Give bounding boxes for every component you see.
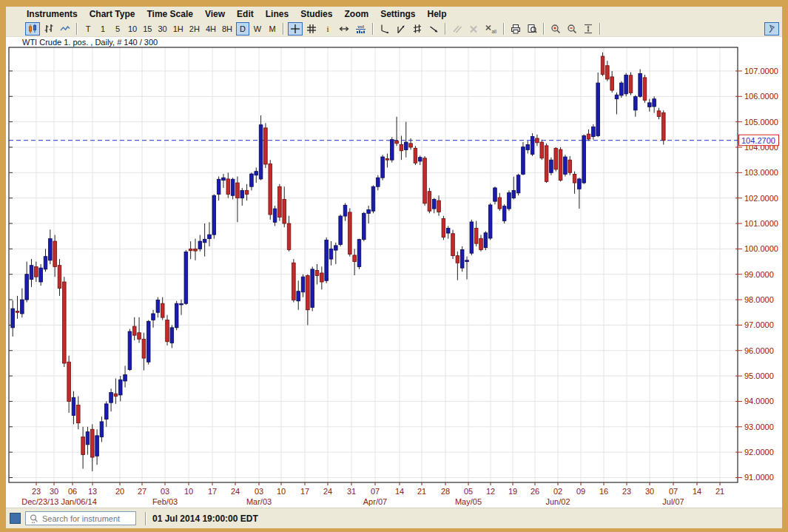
svg-text:Dec/23/13 Jan/06/14: Dec/23/13 Jan/06/14	[21, 497, 97, 506]
candlestick-chart-icon	[27, 24, 38, 34]
candle	[118, 380, 122, 395]
trendline-down-button[interactable]	[377, 22, 392, 36]
print-button[interactable]	[508, 22, 523, 36]
menu-item-help[interactable]: Help	[421, 9, 452, 19]
candle	[269, 164, 272, 215]
line-chart-icon	[60, 24, 70, 34]
candle	[222, 178, 226, 180]
grid-icon	[306, 24, 317, 34]
candle	[114, 394, 118, 396]
status-bar: 01 Jul 2014 19:00:00 EDT	[6, 508, 782, 528]
svg-text:98.0000: 98.0000	[744, 295, 774, 304]
menu-item-instruments[interactable]: Instruments	[21, 9, 84, 19]
interval-button-T[interactable]: T	[81, 22, 95, 36]
zoom-in-icon	[550, 24, 561, 34]
interval-button-D[interactable]: D	[236, 22, 249, 36]
candle	[128, 331, 132, 370]
interval-button-1[interactable]: 1	[96, 22, 110, 36]
svg-text:95.0000: 95.0000	[744, 371, 774, 380]
zoom-out-button[interactable]	[565, 22, 579, 36]
zoom-in-button[interactable]	[548, 22, 563, 36]
interval-button-W[interactable]: W	[251, 22, 264, 36]
delete-line-button[interactable]	[466, 22, 481, 36]
candle	[334, 246, 338, 250]
fit-vertical-button[interactable]	[581, 22, 596, 36]
price-chart[interactable]: 91.000092.000093.000094.000095.000096.00…	[6, 37, 782, 508]
link-color-icon[interactable]	[10, 513, 21, 524]
instrument-search-box[interactable]	[25, 511, 136, 525]
candle	[465, 260, 469, 262]
pin-icon	[767, 24, 777, 34]
info-button[interactable]: i	[320, 22, 335, 36]
interval-button-30[interactable]: 30	[156, 22, 169, 36]
candle	[297, 292, 300, 301]
parallel-lines-icon	[452, 24, 462, 34]
candle	[418, 158, 422, 161]
candle	[90, 429, 94, 457]
svg-text:17: 17	[208, 487, 217, 496]
interval-button-1H[interactable]: 1H	[171, 22, 186, 36]
chart-application-window: InstrumentsChart TypeTime ScaleViewEditL…	[6, 7, 782, 527]
interval-button-2H[interactable]: 2H	[187, 22, 202, 36]
menu-item-lines[interactable]: Lines	[260, 9, 294, 19]
candle	[147, 321, 150, 362]
parallel-lines-button[interactable]	[450, 22, 465, 36]
print-preview-button[interactable]	[525, 22, 539, 36]
ray-button[interactable]	[426, 22, 441, 36]
toolbar-separator	[543, 23, 545, 35]
svg-text:104.2700: 104.2700	[741, 136, 775, 145]
menu-item-zoom[interactable]: Zoom	[338, 9, 374, 19]
menu-item-studies[interactable]: Studies	[294, 9, 338, 19]
menu-item-time-scale[interactable]: Time Scale	[141, 9, 198, 19]
expand-horizontal-button[interactable]	[337, 22, 351, 36]
pin-button[interactable]	[764, 22, 779, 36]
candle	[414, 148, 417, 163]
menu-item-chart-type[interactable]: Chart Type	[84, 9, 141, 19]
time-axis[interactable]: 2330061320270310172403101724310714212805…	[21, 482, 724, 506]
svg-text:02: 02	[553, 487, 562, 496]
svg-text:27: 27	[138, 487, 147, 496]
candle	[138, 333, 141, 340]
candle	[381, 157, 385, 178]
trendline-up-button[interactable]	[394, 22, 408, 36]
ohlc-bars-button[interactable]	[41, 22, 56, 36]
interval-button-M[interactable]: M	[266, 22, 279, 36]
menu-item-settings[interactable]: Settings	[374, 9, 421, 19]
candle	[236, 183, 240, 198]
interval-button-8H[interactable]: 8H	[220, 22, 235, 36]
volume-button[interactable]: vol	[353, 22, 368, 36]
svg-text:24: 24	[323, 487, 332, 496]
candle	[596, 83, 600, 135]
candle	[526, 145, 530, 150]
candle	[67, 362, 71, 401]
candle	[479, 238, 483, 249]
interval-button-5[interactable]: 5	[111, 22, 124, 36]
candle	[353, 255, 357, 262]
search-input[interactable]	[41, 514, 135, 524]
crosshair-button[interactable]	[288, 22, 303, 36]
grid-button[interactable]	[304, 22, 319, 36]
line-chart-button[interactable]	[58, 22, 73, 36]
svg-text:97.0000: 97.0000	[744, 320, 774, 329]
candle	[639, 73, 642, 96]
channel-button[interactable]	[410, 22, 425, 36]
svg-text:14: 14	[693, 487, 701, 496]
menu-item-view[interactable]: View	[199, 9, 231, 19]
candle	[76, 405, 80, 423]
candle	[142, 339, 146, 358]
channel-icon	[412, 24, 422, 34]
candle	[198, 241, 202, 249]
interval-button-10[interactable]: 10	[126, 22, 139, 36]
delete-all-button[interactable]: all	[482, 22, 499, 36]
candle	[357, 240, 361, 267]
candle	[287, 223, 291, 249]
candlestick-chart-button[interactable]	[25, 22, 40, 36]
interval-button-4H[interactable]: 4H	[203, 22, 218, 36]
candle	[531, 137, 534, 155]
svg-text:26: 26	[531, 487, 539, 496]
interval-button-15[interactable]: 15	[141, 22, 154, 36]
menu-item-edit[interactable]: Edit	[231, 9, 260, 19]
candle	[363, 213, 366, 239]
candle	[550, 160, 553, 172]
candle	[554, 148, 558, 169]
